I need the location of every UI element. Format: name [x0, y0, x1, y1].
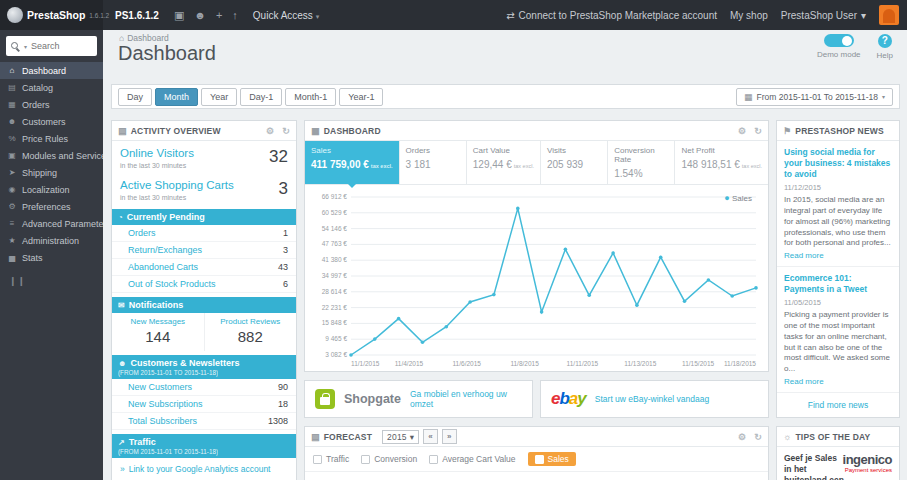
read-more-link[interactable]: Read more [784, 377, 824, 386]
kpi-orders[interactable]: Orders3 181 [400, 141, 467, 184]
period-button-month-1[interactable]: Month-1 [285, 88, 336, 106]
traffic-icon: ↗ [118, 438, 125, 447]
sidebar-collapse[interactable]: ❙❙ [0, 266, 103, 296]
forecast-prev-button[interactable]: « [423, 429, 438, 444]
activity-row-link[interactable]: Orders [128, 228, 156, 238]
cart-icon[interactable]: ▣ [174, 9, 184, 22]
activity-row-link[interactable]: Return/Exchanges [128, 245, 202, 255]
sidebar-item-orders[interactable]: ▦Orders [0, 96, 103, 113]
forecast-next-button[interactable]: » [442, 429, 457, 444]
sidebar-item-price-rules[interactable]: %Price Rules [0, 130, 103, 147]
sidebar-item-administration[interactable]: ★Administration [0, 232, 103, 249]
shop-version: PS1.6.1.2 [115, 10, 159, 21]
online-visitors-link[interactable]: Online Visitors [120, 147, 288, 159]
add-icon[interactable]: + [216, 9, 222, 21]
news-article-title[interactable]: Ecommerce 101: Payments in a Tweet [784, 273, 892, 295]
marketplace-link[interactable]: ⇄ Connect to PrestaShop Marketplace acco… [506, 10, 717, 21]
search-input[interactable] [31, 41, 85, 51]
period-button-day[interactable]: Day [118, 88, 152, 106]
tips-headline: Geef je Sales in het buitenland een Boos… [784, 453, 844, 480]
chevron-down-icon: ▾ [861, 10, 866, 21]
sidebar-item-modules-and-services[interactable]: ▣Modules and Services [0, 147, 103, 164]
brand-name: PrestaShop [27, 9, 85, 21]
prestashop-logo[interactable]: PrestaShop 1.6.1.2 [0, 0, 103, 30]
help-block: ? Help [877, 34, 893, 60]
kpi-conversion-rate[interactable]: Conversion Rate1.54% [608, 141, 675, 184]
checkbox-icon[interactable] [313, 455, 322, 464]
gear-icon[interactable]: ⚙ [738, 432, 746, 442]
customer-icon[interactable]: ☻ [194, 9, 206, 21]
activity-row-value: 1308 [268, 416, 288, 426]
read-more-link[interactable]: Read more [784, 251, 824, 260]
activity-row: Abandoned Carts43 [112, 259, 296, 276]
currently-pending-header: ◔ Currently Pending [112, 209, 296, 225]
forecast-year-select[interactable]: 2015 ▾ [382, 430, 419, 444]
kpi-label: Orders [406, 146, 460, 155]
gear-icon[interactable]: ⚙ [738, 126, 746, 136]
prestashop-logo-icon [7, 7, 23, 23]
demo-mode-toggle[interactable] [824, 34, 854, 47]
refresh-icon[interactable]: ↻ [754, 126, 762, 136]
checkbox-icon[interactable] [361, 455, 370, 464]
sidebar-search[interactable]: ▾ [6, 36, 97, 56]
forecast-legend-sales[interactable]: Sales [528, 452, 576, 466]
activity-row-link[interactable]: Total Subscribers [128, 416, 197, 426]
shopgate-link[interactable]: Ga mobiel en verhoog uw omzet [410, 389, 522, 409]
checkbox-icon[interactable] [535, 455, 544, 464]
chart-legend-label: Sales [732, 194, 752, 203]
period-button-day-1[interactable]: Day-1 [240, 88, 282, 106]
activity-row-link[interactable]: Abandoned Carts [128, 262, 198, 272]
user-menu[interactable]: PrestaShop User ▾ [781, 10, 866, 21]
forecast-legend-conversion[interactable]: Conversion [361, 454, 417, 464]
bulb-icon: ☼ [783, 432, 791, 442]
search-icon [11, 42, 20, 51]
date-range-button[interactable]: ▦ From 2015-11-01 To 2015-11-18 ▾ [736, 88, 893, 106]
kpi-cart-value[interactable]: Cart Value129,44 €tax excl. [467, 141, 541, 184]
activity-row-link[interactable]: New Subscriptions [128, 399, 203, 409]
activity-row-link[interactable]: Out of Stock Products [128, 279, 216, 289]
kpi-visits[interactable]: Visits205 939 [541, 141, 608, 184]
refresh-icon[interactable]: ↻ [754, 432, 762, 442]
sidebar-item-preferences[interactable]: ⚙Preferences [0, 198, 103, 215]
new-messages-cell[interactable]: New Messages 144 [112, 313, 205, 351]
activity-row-link[interactable]: New Customers [128, 382, 192, 392]
sidebar-item-icon: ▤ [7, 83, 17, 92]
period-button-year-1[interactable]: Year-1 [339, 88, 383, 106]
forecast-legend-traffic[interactable]: Traffic [313, 454, 349, 464]
my-shop-link[interactable]: My shop [730, 10, 768, 21]
sidebar-item-localization[interactable]: ◉Localization [0, 181, 103, 198]
sidebar-item-customers[interactable]: ☻Customers [0, 113, 103, 130]
activity-row-value: 6 [283, 279, 288, 289]
checkbox-icon[interactable] [429, 455, 438, 464]
topbar: PrestaShop 1.6.1.2 PS1.6.1.2 ▣ ☻ + ↑ Qui… [0, 0, 907, 30]
sidebar-item-dashboard[interactable]: ⌂Dashboard [0, 62, 103, 79]
quick-access-menu[interactable]: Quick Access ▾ [253, 10, 319, 21]
period-button-year[interactable]: Year [201, 88, 237, 106]
svg-text:28 614 €: 28 614 € [322, 288, 348, 295]
demo-mode-block: Demo mode [817, 34, 861, 60]
ingenico-logo-subtext: Payment services [843, 467, 892, 473]
google-analytics-link[interactable]: » Link to your Google Analytics account [112, 458, 296, 480]
sidebar-item-shipping[interactable]: ➤Shipping [0, 164, 103, 181]
sidebar-item-catalog[interactable]: ▤Catalog [0, 79, 103, 96]
legend-dot-icon: ● [724, 193, 729, 203]
gear-icon[interactable]: ⚙ [266, 126, 274, 136]
chevron-down-icon: ▾ [316, 13, 320, 20]
avatar[interactable] [879, 5, 899, 25]
upgrade-icon[interactable]: ↑ [232, 9, 238, 21]
period-button-month[interactable]: Month [155, 88, 198, 106]
sidebar-item-stats[interactable]: ▅Stats [0, 249, 103, 266]
kpi-net-profit[interactable]: Net Profit148 918,51 €tax excl. [675, 141, 768, 184]
sidebar-item-advanced-parameters[interactable]: ≡Advanced Parameters [0, 215, 103, 232]
ebay-link[interactable]: Start uw eBay-winkel vandaag [595, 394, 709, 404]
product-reviews-cell[interactable]: Product Reviews 882 [205, 313, 297, 351]
kpi-sales[interactable]: Sales411 759,00 €tax excl. [305, 141, 400, 184]
active-carts-link[interactable]: Active Shopping Carts [120, 179, 288, 191]
find-more-news-link[interactable]: Find more news [777, 393, 899, 417]
ingenico-logo: ingenico Payment services [843, 453, 892, 473]
forecast-legend-average-cart-value[interactable]: Average Cart Value [429, 454, 515, 464]
help-icon[interactable]: ? [878, 34, 892, 48]
refresh-icon[interactable]: ↻ [282, 126, 290, 136]
svg-text:60 529 €: 60 529 € [322, 209, 348, 216]
news-article-title[interactable]: Using social media for your business: 4 … [784, 147, 892, 180]
